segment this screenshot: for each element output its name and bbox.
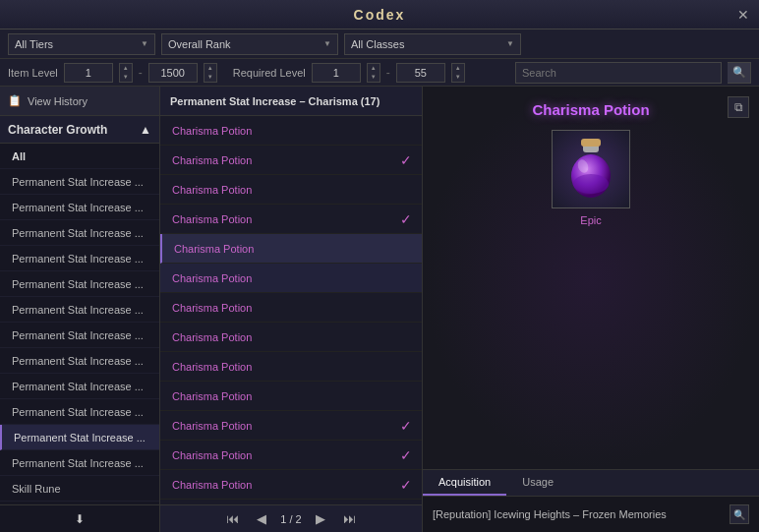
item-display-area: Charisma Potion (423, 87, 759, 469)
item-level-min-input[interactable]: 1 (64, 63, 113, 83)
tab-acquisition-label: Acquisition (438, 476, 491, 488)
sidebar-item-6[interactable]: Permanent Stat Increase ... (0, 323, 159, 348)
sidebar-item-skill-rune[interactable]: Skill Rune (0, 476, 159, 502)
svg-point-4 (573, 174, 609, 194)
sidebar-item-7[interactable]: Permanent Stat Increase ... (0, 348, 159, 374)
sidebar-item-10[interactable]: Permanent Stat Increase ... (0, 425, 159, 450)
stepper-down-icon-3[interactable]: ▼ (368, 73, 380, 82)
item-level-min-stepper[interactable]: ▲ ▼ (119, 63, 133, 83)
sidebar-item-6-label: Permanent Stat Increase ... (12, 329, 144, 341)
stepper-up-icon-2[interactable]: ▲ (204, 64, 216, 73)
sidebar-item-2[interactable]: Permanent Stat Increase ... (0, 220, 159, 246)
item-name-1: Charisma Potion (172, 154, 252, 166)
acquisition-section: Acquisition Usage [Reputation] Icewing H… (423, 469, 759, 532)
classes-chevron-icon: ▼ (506, 39, 514, 48)
list-item-3[interactable]: Charisma Potion ✓ (160, 205, 422, 234)
rank-label: Overall Rank (168, 38, 231, 50)
required-level-max-stepper[interactable]: ▲ ▼ (451, 63, 465, 83)
required-level-max-input[interactable]: 55 (396, 63, 445, 83)
sidebar-item-1-label: Permanent Stat Increase ... (12, 202, 144, 213)
sidebar-item-9-label: Permanent Stat Increase ... (12, 406, 144, 418)
stepper-up-icon-4[interactable]: ▲ (452, 64, 464, 73)
tiers-dropdown[interactable]: All Tiers ▼ (8, 33, 155, 55)
list-item-6[interactable]: Charisma Potion (160, 293, 422, 323)
item-name-3: Charisma Potion (172, 213, 252, 225)
stepper-down-icon-2[interactable]: ▼ (204, 73, 216, 82)
tab-usage[interactable]: Usage (506, 470, 569, 496)
list-item-2[interactable]: Charisma Potion (160, 175, 422, 205)
acquisition-text: [Reputation] Icewing Heights – Frozen Me… (433, 508, 667, 520)
app-title: Codex (354, 7, 406, 23)
item-title: Charisma Potion (532, 101, 649, 118)
page-indicator: 1 / 2 (280, 513, 301, 525)
checkmark-icon-11: ✓ (400, 447, 412, 463)
sidebar-item-5[interactable]: Permanent Stat Increase ... (0, 297, 159, 323)
list-item-12[interactable]: Charisma Potion ✓ (160, 470, 422, 500)
list-item-5[interactable]: Charisma Potion (160, 264, 422, 293)
item-list: Charisma Potion Charisma Potion ✓ Charis… (160, 116, 422, 504)
item-name-12: Charisma Potion (172, 479, 252, 491)
sidebar-item-0[interactable]: Permanent Stat Increase ... (0, 169, 159, 195)
sidebar-item-9[interactable]: Permanent Stat Increase ... (0, 399, 159, 425)
item-level-separator: - (139, 66, 143, 80)
list-item-0[interactable]: Charisma Potion (160, 116, 422, 146)
required-level-separator: - (386, 66, 390, 80)
potion-image (561, 135, 620, 204)
stepper-down-icon[interactable]: ▼ (120, 73, 132, 82)
collapse-icon: ▲ (140, 123, 151, 137)
sidebar-item-11[interactable]: Permanent Stat Increase ... (0, 450, 159, 476)
sidebar-item-all[interactable]: All (0, 144, 159, 169)
list-item-10[interactable]: Charisma Potion ✓ (160, 411, 422, 441)
list-item-1[interactable]: Charisma Potion ✓ (160, 146, 422, 175)
required-level-min-stepper[interactable]: ▲ ▼ (367, 63, 380, 83)
search-container (515, 62, 722, 84)
middle-panel-header: Permanent Stat Increase – Charisma (17) (160, 87, 422, 116)
sidebar-item-skill-rune-label: Skill Rune (12, 483, 61, 495)
required-level-min-input[interactable]: 1 (312, 63, 361, 83)
item-name-9: Charisma Potion (172, 390, 252, 402)
item-level-max-input[interactable]: 1500 (148, 63, 198, 83)
stepper-up-icon[interactable]: ▲ (120, 64, 132, 73)
middle-header-text: Permanent Stat Increase – Charisma (17) (170, 95, 380, 107)
classes-dropdown[interactable]: All Classes ▼ (344, 33, 521, 55)
acquisition-content: [Reputation] Icewing Heights – Frozen Me… (423, 497, 759, 532)
list-item-7[interactable]: Charisma Potion (160, 323, 422, 352)
sidebar-item-4[interactable]: Permanent Stat Increase ... (0, 271, 159, 297)
rank-chevron-icon: ▼ (323, 39, 331, 48)
search-input[interactable] (522, 67, 715, 79)
stepper-up-icon-3[interactable]: ▲ (368, 64, 380, 73)
tiers-label: All Tiers (15, 38, 53, 50)
stepper-down-icon-4[interactable]: ▼ (452, 73, 464, 82)
close-button[interactable]: ✕ (737, 7, 749, 23)
list-item-9[interactable]: Charisma Potion (160, 382, 422, 411)
sidebar-item-1[interactable]: Permanent Stat Increase ... (0, 195, 159, 220)
tab-acquisition[interactable]: Acquisition (423, 470, 506, 496)
tab-usage-label: Usage (522, 476, 554, 488)
sidebar-item-8[interactable]: Permanent Stat Increase ... (0, 374, 159, 399)
sidebar-item-all-label: All (12, 150, 26, 162)
search-button[interactable]: 🔍 (728, 62, 751, 84)
next-page-button[interactable]: ▶ (312, 511, 329, 526)
first-page-button[interactable]: ⏮ (222, 511, 243, 526)
list-item-11[interactable]: Charisma Potion ✓ (160, 441, 422, 470)
last-page-button[interactable]: ⏭ (339, 511, 360, 526)
required-level-label: Required Level (233, 67, 306, 79)
item-rarity-label: Epic (580, 214, 601, 226)
sidebar-footer-icon: ⬇ (75, 512, 85, 526)
acquisition-search-button[interactable]: 🔍 (730, 504, 749, 524)
checkmark-icon-10: ✓ (400, 418, 412, 434)
sidebar: 📋 View History Character Growth ▲ All Pe… (0, 87, 160, 532)
list-item-8[interactable]: Charisma Potion (160, 352, 422, 382)
filters-row-1: All Tiers ▼ Overall Rank ▼ All Classes ▼ (0, 30, 759, 59)
sidebar-item-11-label: Permanent Stat Increase ... (12, 457, 144, 469)
view-history-button[interactable]: 📋 View History (0, 87, 159, 116)
checkmark-icon-3: ✓ (400, 211, 412, 227)
tiers-chevron-icon: ▼ (141, 39, 148, 48)
item-level-max-stepper[interactable]: ▲ ▼ (204, 63, 217, 83)
item-display-content: Charisma Potion (438, 101, 744, 226)
list-item-4[interactable]: Charisma Potion (160, 234, 422, 264)
rank-dropdown[interactable]: Overall Rank ▼ (161, 33, 338, 55)
sidebar-item-3[interactable]: Permanent Stat Increase ... (0, 246, 159, 271)
character-growth-header[interactable]: Character Growth ▲ (0, 116, 159, 144)
prev-page-button[interactable]: ◀ (253, 511, 270, 526)
